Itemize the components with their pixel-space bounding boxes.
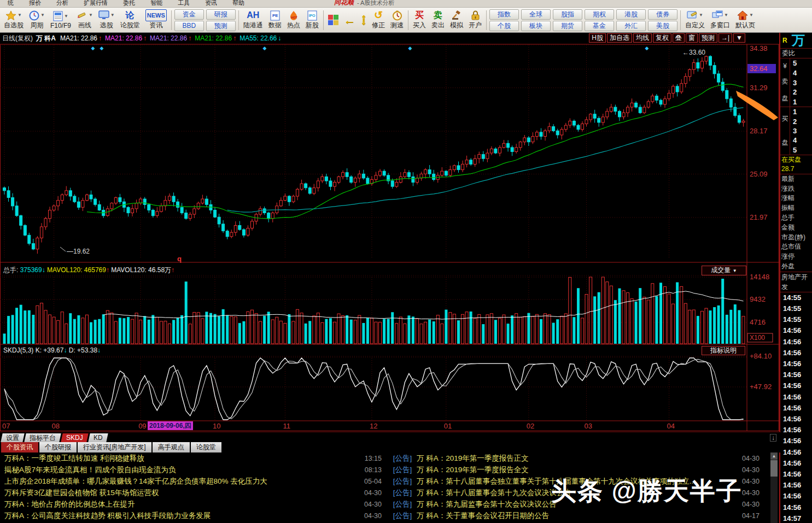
- news-title-right[interactable]: 万 科A：关于董事会会议召开日期的公告: [417, 511, 742, 521]
- news-tab-高手观点[interactable]: 高手观点: [153, 442, 190, 453]
- toolbar-button-周期[interactable]: ▼周期: [26, 9, 48, 32]
- news-row[interactable]: 揭秘A股7年来现金流真相！四成个股自由现金流为负08:13[公告]万 科A：20…: [0, 464, 779, 475]
- toolbar-button-港股[interactable]: 港股: [616, 9, 646, 20]
- chevron-down-icon[interactable]: ▼: [64, 11, 68, 22]
- menu-item-帮助[interactable]: 帮助: [225, 0, 252, 7]
- period-label[interactable]: 日线(复权): [2, 34, 33, 43]
- news-title-right[interactable]: 万 科A：2019年第一季度报告全文: [417, 465, 742, 475]
- sector-label[interactable]: 房地产开发: [780, 272, 812, 292]
- news-title-left[interactable]: 万科A：一季度竣工结转加速 利润稳健释放: [0, 454, 354, 463]
- toolbar-button-外汇[interactable]: 外汇: [616, 21, 646, 31]
- chart-button-复权[interactable]: 复权: [653, 33, 671, 43]
- news-title-left[interactable]: 万科A：公司高度关注科技趋势 积极引入科技手段助力业务发展: [0, 511, 354, 521]
- toolbar-button-债券[interactable]: 债券: [648, 9, 677, 20]
- toolbar-button-自选股[interactable]: ▼自选股: [1, 9, 26, 32]
- chevron-down-icon[interactable]: ▼: [749, 10, 753, 21]
- toolbar-button-模拟[interactable]: 模拟: [447, 9, 466, 32]
- toolbar-button-back-arrow-icon[interactable]: ←: [341, 9, 359, 32]
- menu-item-扩展行情[interactable]: 扩展行情: [76, 0, 115, 7]
- toolbar-button-选股[interactable]: ▼选股: [96, 9, 118, 32]
- menu-item-委托[interactable]: 委托: [115, 0, 143, 7]
- indicator-tab-KD[interactable]: KD: [88, 433, 108, 442]
- candlestick-chart[interactable]: 34.3831.2928.1725.0921.9732.641414894324…: [0, 44, 779, 432]
- toolbar-button-陆港通[interactable]: AH陆港通: [241, 9, 266, 32]
- menu-item-报价[interactable]: 报价: [21, 0, 49, 7]
- toolbar-button-grid-icon[interactable]: [325, 9, 341, 32]
- chart-button-均线[interactable]: 均线: [633, 33, 652, 43]
- news-title-left[interactable]: 万科A：地价占房价的比例总体上在提升: [0, 500, 354, 509]
- toolbar-button-指数[interactable]: 指数: [489, 9, 519, 20]
- toolbar-button-数据[interactable]: PE数据: [266, 9, 284, 32]
- toolbar-button-期货[interactable]: 期货: [553, 21, 582, 31]
- news-title-right[interactable]: 万 科A：2019年第一季度报告正文: [417, 454, 742, 463]
- chart-button-窗[interactable]: 窗: [686, 33, 698, 43]
- toolbar-button-画线[interactable]: ▼画线: [74, 9, 96, 32]
- menu-item-资讯[interactable]: 资讯: [197, 0, 225, 7]
- toolbar-button-板块[interactable]: 板块: [521, 21, 551, 31]
- toolbar-button-热点[interactable]: HOT热点: [284, 9, 303, 32]
- toolbar-button-默认页[interactable]: ▼默认页: [733, 9, 758, 32]
- toolbar-button-多窗口[interactable]: ▼多窗口: [708, 9, 733, 32]
- news-scrollbar[interactable]: ▲: [770, 453, 778, 523]
- chevron-down-icon[interactable]: ▼: [110, 10, 115, 21]
- news-title-left[interactable]: 万科斥资3亿建世园会植物馆 获15年场馆运营权: [0, 488, 354, 498]
- toolbar-button-updown-icon[interactable]: ⇧⇩: [359, 9, 369, 32]
- in-buy-status: 在买盘28.7: [780, 155, 812, 174]
- toolbar-stack: 资金BBD: [174, 9, 204, 31]
- chevron-down-icon[interactable]: ▼: [699, 10, 703, 21]
- chart-button-叠[interactable]: 叠: [673, 33, 685, 43]
- chevron-down-icon[interactable]: ▼: [724, 10, 728, 21]
- toolbar-button-自定义[interactable]: ▼自定义: [682, 9, 708, 32]
- news-tab-论股堂[interactable]: 论股堂: [191, 442, 221, 453]
- news-row[interactable]: 万科A：公司高度关注科技趋势 积极引入科技手段助力业务发展04-30[公告]万 …: [0, 510, 779, 521]
- chart-button-加自选[interactable]: 加自选: [607, 33, 632, 43]
- toolbar-button-个股[interactable]: 个股: [489, 21, 519, 31]
- toolbar-button-全球[interactable]: 全球: [521, 9, 551, 20]
- nav-next-icon[interactable]: →|: [718, 33, 732, 43]
- toolbar-button-基金[interactable]: 基金: [585, 21, 614, 31]
- toolbar-button-资讯[interactable]: NEWS资讯: [143, 9, 170, 32]
- toolbar-button-美股[interactable]: 美股: [648, 21, 677, 31]
- chart-button-H股[interactable]: H股: [589, 33, 606, 43]
- toolbar-button-开户[interactable]: 开户: [466, 9, 484, 32]
- toolbar-button-论股堂[interactable]: 论论股堂: [118, 9, 143, 32]
- chevron-down-icon[interactable]: ▼: [17, 10, 22, 21]
- toolbar-button-股指[interactable]: 股指: [553, 9, 582, 20]
- news-row[interactable]: 万科A：一季度竣工结转加速 利润稳健释放13:15[公告]万 科A：2019年第…: [0, 453, 779, 464]
- indicator-info-button[interactable]: 指标说明: [702, 346, 745, 355]
- chevron-down-icon[interactable]: ▼: [733, 33, 745, 43]
- news-title-left[interactable]: 上市房企2018年成绩单：哪几家最赚钱？14家千亿房企负债率超80% 去化压力大: [0, 477, 354, 486]
- volume-type-dropdown[interactable]: 成交量 ▼: [702, 266, 746, 275]
- menu-item-统[interactable]: 统: [0, 0, 21, 7]
- toolbar-button-卖出[interactable]: 卖卖出: [429, 9, 447, 32]
- news-title-left[interactable]: 揭秘A股7年来现金流真相！四成个股自由现金流为负: [0, 465, 354, 475]
- rights-flag: R: [782, 37, 787, 44]
- toolbar-button-F10/F9[interactable]: ▼F10/F9: [48, 9, 74, 32]
- indicator-tab-SKDJ[interactable]: SKDJ: [61, 433, 88, 442]
- menu-item-智能[interactable]: 智能: [143, 0, 170, 7]
- bid-queue[interactable]: 买盘12345: [780, 107, 812, 155]
- toolbar-button-新股[interactable]: IPO新股: [303, 9, 322, 32]
- indicator-tab-设置[interactable]: 设置: [1, 433, 24, 442]
- toolbar-button-预测[interactable]: 预测: [206, 21, 236, 31]
- chevron-down-icon[interactable]: ▼: [40, 10, 45, 21]
- news-tab-个股资讯[interactable]: 个股资讯: [1, 442, 38, 453]
- toolbar-button-研报[interactable]: 研报: [206, 9, 236, 20]
- indicator-tab-指标平台[interactable]: 指标平台: [24, 433, 61, 442]
- menu-item-工具[interactable]: 工具: [170, 0, 197, 7]
- toolbar-button-BBD[interactable]: BBD: [174, 21, 204, 31]
- toolbar-button-期权[interactable]: 期权: [585, 9, 614, 20]
- toolbar-button-测速[interactable]: 测速: [388, 9, 406, 32]
- menu-item-分析[interactable]: 分析: [49, 0, 76, 7]
- news-tab-行业资讯[房地产开发][interactable]: 行业资讯[房地产开发]: [78, 442, 151, 453]
- toolbar-button-修正[interactable]: ↺修正: [369, 9, 388, 32]
- toolbar-button-资金[interactable]: 资金: [174, 9, 204, 20]
- download-icon[interactable]: ↓: [770, 434, 776, 442]
- ask-queue[interactable]: ¥卖盘54321: [780, 58, 812, 107]
- scroll-up-icon[interactable]: ▲: [770, 453, 778, 460]
- scrollbar-thumb[interactable]: [770, 460, 778, 477]
- news-tab-个股研报[interactable]: 个股研报: [39, 442, 77, 453]
- toolbar-button-买入[interactable]: 买买入: [410, 9, 429, 32]
- chevron-down-icon[interactable]: ▼: [89, 10, 93, 21]
- chart-button-预测[interactable]: 预测: [699, 33, 717, 43]
